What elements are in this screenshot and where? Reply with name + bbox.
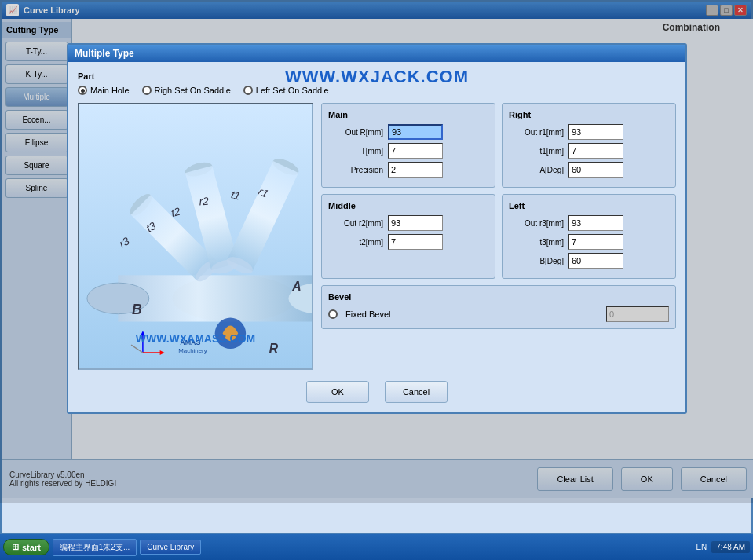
left-out-r3-label: Out r3[mm]	[509, 219, 564, 228]
modal-title: Multiple Type	[75, 48, 134, 59]
radio-right-saddle-circle[interactable]	[142, 86, 152, 95]
right-adeg-row: A[Deg]	[509, 162, 669, 178]
bevel-title: Bevel	[328, 292, 669, 302]
left-t3-input[interactable]	[568, 234, 623, 250]
left-group-title: Left	[509, 201, 669, 210]
bevel-row: Fixed Bevel	[328, 306, 669, 322]
right-group-title: Right	[509, 110, 669, 119]
left-out-r3-input[interactable]	[568, 215, 623, 231]
svg-text:B: B	[132, 302, 142, 317]
middle-out-r2-row: Out r2[mm]	[328, 215, 488, 231]
modal-titlebar: Multiple Type	[68, 45, 685, 62]
radio-main-hole-circle[interactable]	[78, 86, 87, 95]
radio-left-saddle-circle[interactable]	[243, 86, 253, 95]
right-adeg-label: A[Deg]	[509, 166, 564, 174]
taskbar: ⊞ start 编程主界面1朱2支... Curve Library EN 7:…	[0, 534, 753, 560]
main-precision-input[interactable]	[388, 162, 443, 178]
radio-main-hole-label: Main Hole	[90, 86, 130, 95]
start-label: start	[22, 543, 41, 552]
bevel-value-input[interactable]	[606, 306, 669, 322]
svg-text:A: A	[291, 280, 301, 293]
right-out-r1-row: Out r1[mm]	[509, 124, 669, 140]
part-label: Part	[78, 71, 676, 81]
taskbar-item-0[interactable]: 编程主界面1朱2支...	[53, 539, 137, 556]
language-indicator: EN	[696, 543, 707, 551]
radio-left-saddle[interactable]: Left Set On Saddle	[243, 86, 329, 95]
bottom-groups-row: Middle Out r2[mm] t2[mm] Left	[321, 194, 676, 279]
main-precision-row: Precision	[328, 162, 488, 178]
middle-group-title: Middle	[328, 201, 488, 210]
start-button[interactable]: ⊞ start	[3, 539, 49, 555]
left-bdeg-input[interactable]	[568, 253, 623, 269]
svg-text:Machinery: Machinery	[178, 347, 207, 354]
main-t-row: T[mm]	[328, 143, 488, 159]
left-bdeg-row: B[Deg]	[509, 253, 669, 269]
svg-rect-0	[79, 104, 312, 368]
dialog-buttons: OK Cancel	[78, 381, 676, 403]
right-out-r1-label: Out r1[mm]	[509, 128, 564, 137]
main-out-r-label: Out R[mm]	[328, 128, 383, 137]
main-out-r-row: Out R[mm]	[328, 124, 488, 140]
left-group: Left Out r3[mm] t3[mm] B[Deg]	[502, 194, 676, 279]
middle-t2-row: t2[mm]	[328, 234, 488, 250]
modal-content-layout: r3 t3 t2 r2 t1 r1 B A T R AMAS Machinery	[78, 103, 676, 370]
pipe-svg: r3 t3 t2 r2 t1 r1 B A T R AMAS Machinery	[79, 104, 312, 368]
right-t1-label: t1[mm]	[509, 147, 564, 156]
main-t-input[interactable]	[388, 143, 443, 159]
middle-out-r2-label: Out r2[mm]	[328, 219, 383, 228]
svg-text:R: R	[269, 342, 279, 355]
right-t1-input[interactable]	[568, 143, 623, 159]
left-out-r3-row: Out r3[mm]	[509, 215, 669, 231]
main-group: Main Out R[mm] T[mm] Precision	[321, 103, 495, 188]
middle-t2-input[interactable]	[388, 234, 443, 250]
right-t1-row: t1[mm]	[509, 143, 669, 159]
taskbar-item-1[interactable]: Curve Library	[140, 540, 201, 555]
middle-group: Middle Out r2[mm] t2[mm]	[321, 194, 495, 279]
taskbar-right: EN 7:48 AM	[696, 541, 750, 553]
right-adeg-input[interactable]	[568, 162, 623, 178]
pipe-diagram: r3 t3 t2 r2 t1 r1 B A T R AMAS Machinery	[78, 103, 313, 370]
modal-dialog: Multiple Type WWW.WXJACK.COM Part Main H…	[67, 43, 687, 414]
radio-right-saddle[interactable]: Righ Set On Saddle	[142, 86, 231, 95]
modal-ok-button[interactable]: OK	[306, 381, 369, 403]
right-panel: Main Out R[mm] T[mm] Precision	[321, 103, 676, 370]
modal-cancel-button[interactable]: Cancel	[385, 381, 448, 403]
left-bdeg-label: B[Deg]	[509, 257, 564, 265]
radio-group: Main Hole Righ Set On Saddle Left Set On…	[78, 86, 676, 95]
bevel-radio[interactable]	[328, 309, 338, 319]
main-out-r-input[interactable]	[388, 124, 443, 140]
left-t3-row: t3[mm]	[509, 234, 669, 250]
radio-main-hole[interactable]: Main Hole	[78, 86, 130, 95]
part-section: Part Main Hole Righ Set On Saddle Left S…	[78, 71, 676, 95]
bevel-section: Bevel Fixed Bevel	[321, 285, 676, 329]
left-t3-label: t3[mm]	[509, 238, 564, 247]
middle-out-r2-input[interactable]	[388, 215, 443, 231]
watermark-image: WWW.WXAMASS.COM	[136, 332, 255, 345]
radio-right-saddle-label: Righ Set On Saddle	[155, 86, 231, 95]
main-precision-label: Precision	[328, 166, 383, 174]
start-icon: ⊞	[12, 542, 19, 552]
main-t-label: T[mm]	[328, 147, 383, 156]
top-groups-row: Main Out R[mm] T[mm] Precision	[321, 103, 676, 188]
right-out-r1-input[interactable]	[568, 124, 623, 140]
right-group: Right Out r1[mm] t1[mm] A[Deg]	[502, 103, 676, 188]
radio-left-saddle-label: Left Set On Saddle	[256, 86, 329, 95]
fixed-bevel-label: Fixed Bevel	[345, 309, 390, 319]
middle-t2-label: t2[mm]	[328, 238, 383, 247]
taskbar-clock: 7:48 AM	[711, 541, 750, 553]
modal-body: WWW.WXJACK.COM Part Main Hole Righ Set O…	[68, 62, 685, 412]
main-group-title: Main	[328, 110, 488, 119]
svg-text:r2: r2	[199, 194, 210, 207]
